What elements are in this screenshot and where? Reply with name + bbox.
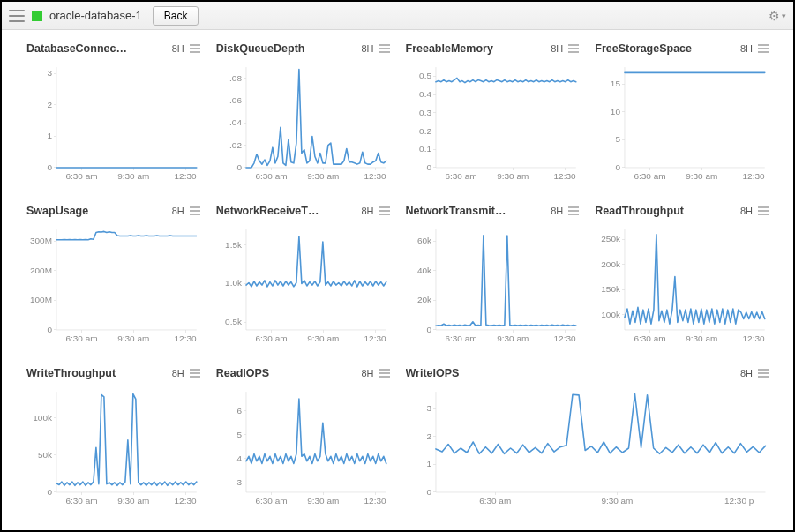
svg-text:0: 0 bbox=[426, 162, 431, 172]
svg-text:0: 0 bbox=[616, 162, 621, 172]
svg-text:0.5: 0.5 bbox=[419, 71, 431, 80]
svg-text:250k: 250k bbox=[602, 234, 621, 244]
svg-text:3: 3 bbox=[426, 403, 431, 413]
svg-text:200k: 200k bbox=[602, 259, 621, 269]
settings-menu[interactable]: ⚙ ▾ bbox=[769, 9, 786, 23]
card-menu-icon[interactable] bbox=[190, 44, 200, 53]
svg-text:50k: 50k bbox=[38, 450, 52, 460]
svg-text:0.4: 0.4 bbox=[419, 89, 431, 99]
svg-text:200M: 200M bbox=[30, 266, 52, 275]
chart-card-freeable-memory: FreeableMemory8H0.50.40.30.20.106:30 am9… bbox=[406, 37, 580, 191]
svg-text:12:30: 12:30 bbox=[553, 333, 575, 343]
svg-text:6:30 am: 6:30 am bbox=[479, 496, 511, 506]
chart-card-swap-usage: SwapUsage8H300M200M100M06:30 am9:30 am12… bbox=[26, 199, 200, 353]
time-range-label[interactable]: 8H bbox=[551, 43, 563, 54]
svg-text:9:30 am: 9:30 am bbox=[307, 171, 339, 181]
card-header: DiskQueueDepth8H bbox=[216, 41, 390, 56]
chart-card-write-throughput: WriteThroughput8H100k50k06:30 am9:30 am1… bbox=[26, 362, 200, 515]
back-button[interactable]: Back bbox=[153, 6, 199, 26]
menu-icon[interactable] bbox=[9, 10, 25, 22]
svg-text:12:30: 12:30 bbox=[175, 496, 197, 506]
card-title: ReadThroughput bbox=[595, 205, 684, 217]
svg-text:0: 0 bbox=[47, 325, 52, 334]
svg-text:6:30 am: 6:30 am bbox=[445, 171, 476, 181]
svg-text:.06: .06 bbox=[229, 95, 242, 105]
time-range-label[interactable]: 8H bbox=[551, 206, 563, 216]
svg-text:1: 1 bbox=[47, 131, 52, 140]
top-bar: oracle-database-1 Back ⚙ ▾ bbox=[2, 2, 793, 30]
time-range-label[interactable]: 8H bbox=[740, 206, 753, 216]
svg-text:6:30 am: 6:30 am bbox=[66, 333, 98, 343]
svg-text:9:30 am: 9:30 am bbox=[686, 333, 718, 343]
svg-text:60k: 60k bbox=[416, 236, 431, 245]
svg-text:4: 4 bbox=[236, 453, 242, 463]
svg-text:12:30: 12:30 bbox=[743, 171, 765, 181]
plot-area: 32106:30 am9:30 am12:30 p bbox=[406, 386, 769, 510]
svg-text:9:30 am: 9:30 am bbox=[117, 333, 149, 343]
chart-card-read-iops: ReadIOPS8H65436:30 am9:30 am12:30 bbox=[216, 362, 390, 515]
svg-text:12:30: 12:30 bbox=[175, 333, 197, 343]
plot-area: 60k40k20k06:30 am9:30 am12:30 bbox=[406, 224, 580, 348]
plot-area: 300M200M100M06:30 am9:30 am12:30 bbox=[26, 224, 200, 348]
card-menu-icon[interactable] bbox=[379, 44, 390, 53]
svg-text:12:30: 12:30 bbox=[553, 171, 575, 181]
card-menu-icon[interactable] bbox=[379, 206, 390, 215]
card-menu-icon[interactable] bbox=[758, 369, 769, 378]
charts-grid: DatabaseConnections8H32106:30 am9:30 am1… bbox=[26, 37, 769, 515]
time-range-label[interactable]: 8H bbox=[172, 206, 184, 216]
card-menu-icon[interactable] bbox=[379, 369, 390, 378]
card-title: DatabaseConnections bbox=[26, 42, 131, 55]
svg-text:1.5k: 1.5k bbox=[225, 240, 242, 250]
svg-text:6:30 am: 6:30 am bbox=[634, 333, 666, 343]
svg-text:6:30 am: 6:30 am bbox=[255, 171, 287, 181]
svg-text:.02: .02 bbox=[229, 140, 242, 150]
time-range-label[interactable]: 8H bbox=[172, 368, 184, 378]
time-range-label[interactable]: 8H bbox=[361, 368, 373, 378]
plot-area: 0.50.40.30.20.106:30 am9:30 am12:30 bbox=[406, 62, 580, 185]
svg-text:3: 3 bbox=[236, 477, 242, 487]
card-header: FreeableMemory8H bbox=[406, 41, 580, 56]
svg-text:1: 1 bbox=[426, 459, 431, 468]
svg-text:100k: 100k bbox=[602, 310, 621, 319]
caret-down-icon: ▾ bbox=[782, 11, 786, 20]
svg-text:12:30: 12:30 bbox=[743, 333, 765, 343]
svg-text:6:30 am: 6:30 am bbox=[66, 171, 98, 181]
svg-text:12:30 p: 12:30 p bbox=[724, 496, 754, 506]
svg-text:10: 10 bbox=[611, 107, 621, 116]
time-range-label[interactable]: 8H bbox=[361, 43, 373, 54]
card-menu-icon[interactable] bbox=[758, 206, 769, 215]
card-title: FreeableMemory bbox=[406, 42, 493, 55]
svg-text:12:30: 12:30 bbox=[175, 171, 197, 181]
card-title: FreeStorageSpace bbox=[595, 42, 692, 55]
svg-text:6:30 am: 6:30 am bbox=[634, 171, 666, 181]
svg-text:0.3: 0.3 bbox=[419, 108, 431, 117]
card-header: DatabaseConnections8H bbox=[26, 41, 200, 56]
svg-text:12:30: 12:30 bbox=[364, 333, 386, 343]
card-menu-icon[interactable] bbox=[190, 206, 200, 215]
svg-text:40k: 40k bbox=[416, 266, 431, 275]
gear-icon: ⚙ bbox=[769, 9, 780, 23]
svg-text:0: 0 bbox=[236, 162, 242, 172]
card-menu-icon[interactable] bbox=[190, 369, 200, 378]
card-title: SwapUsage bbox=[26, 205, 88, 217]
svg-text:0: 0 bbox=[426, 487, 431, 497]
card-title: WriteThroughput bbox=[26, 367, 116, 379]
card-header: NetworkReceiveThr…8H bbox=[216, 203, 390, 219]
plot-area: 1.5k1.0k0.5k6:30 am9:30 am12:30 bbox=[216, 224, 390, 348]
card-menu-icon[interactable] bbox=[568, 44, 579, 53]
svg-text:20k: 20k bbox=[416, 295, 431, 304]
time-range-label[interactable]: 8H bbox=[740, 43, 753, 54]
svg-text:9:30 am: 9:30 am bbox=[307, 333, 339, 343]
svg-text:12:30: 12:30 bbox=[364, 496, 386, 506]
card-menu-icon[interactable] bbox=[758, 44, 769, 53]
time-range-label[interactable]: 8H bbox=[172, 43, 184, 54]
time-range-label[interactable]: 8H bbox=[740, 368, 753, 378]
card-menu-icon[interactable] bbox=[568, 206, 579, 215]
svg-text:100k: 100k bbox=[33, 413, 52, 423]
card-title: WriteIOPS bbox=[406, 367, 460, 379]
svg-text:.04: .04 bbox=[229, 117, 242, 127]
plot-area: 1510506:30 am9:30 am12:30 bbox=[595, 62, 769, 185]
card-title: ReadIOPS bbox=[216, 367, 269, 379]
plot-area: .08.06.04.0206:30 am9:30 am12:30 bbox=[216, 62, 390, 185]
time-range-label[interactable]: 8H bbox=[361, 206, 373, 216]
